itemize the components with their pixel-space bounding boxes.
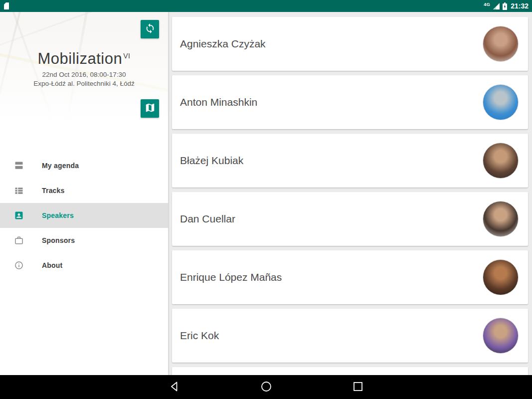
speaker-name: Dan Cuellar [180, 213, 483, 225]
sidebar-item-speakers[interactable]: Speakers [0, 203, 168, 228]
network-type-label: 4G [484, 2, 490, 7]
speaker-card[interactable]: Dan Cuellar [172, 192, 528, 246]
back-icon [169, 381, 180, 394]
sidebar-item-my-agenda[interactable]: My agenda [0, 153, 168, 178]
speaker-card[interactable]: Błażej Kubiak [172, 134, 528, 188]
speaker-name: Błażej Kubiak [180, 155, 483, 167]
screen: 4G 21:32 MobilizationVI 22nd Oct 2016, 0… [0, 0, 532, 399]
sidebar-item-label: Sponsors [42, 236, 75, 244]
speaker-name: Agnieszka Czyżak [180, 38, 483, 50]
sidebar-item-label: Speakers [42, 211, 74, 219]
speakers-icon [14, 210, 24, 220]
speaker-avatar [483, 84, 519, 120]
event-date: 22nd Oct 2016, 08:00-17:30 [0, 71, 168, 78]
speaker-avatar [483, 318, 519, 354]
app-title: MobilizationVI [0, 50, 168, 68]
sd-card-icon [3, 2, 9, 9]
drawer-menu: My agenda Tracks Speakers [0, 150, 168, 278]
home-button[interactable] [256, 377, 276, 397]
speaker-name: Eric Kok [180, 330, 483, 342]
android-nav-bar [0, 375, 532, 399]
app-title-edition: VI [123, 52, 130, 60]
sidebar-item-sponsors[interactable]: Sponsors [0, 228, 168, 253]
speaker-avatar [483, 259, 519, 295]
map-button[interactable] [141, 99, 159, 118]
status-bar: 4G 21:32 [0, 0, 532, 12]
signal-icon [493, 2, 500, 10]
about-icon [14, 260, 24, 270]
tracks-icon [14, 186, 24, 196]
speaker-name: Anton Minashkin [180, 96, 483, 108]
sync-icon [145, 23, 156, 35]
map-icon [145, 102, 156, 115]
battery-icon [503, 2, 507, 10]
sidebar-item-tracks[interactable]: Tracks [0, 178, 168, 203]
back-button[interactable] [165, 377, 184, 397]
drawer-header: MobilizationVI 22nd Oct 2016, 08:00-17:3… [0, 12, 168, 150]
speaker-name: Enrique López Mañas [180, 271, 483, 283]
sidebar-item-label: About [42, 261, 62, 269]
speaker-avatar [483, 143, 519, 179]
recents-icon [352, 381, 364, 394]
sponsors-icon [14, 235, 24, 245]
sync-button[interactable] [141, 20, 159, 38]
home-icon [260, 381, 272, 394]
speaker-card-partial[interactable] [172, 367, 528, 375]
sidebar-item-about[interactable]: About [0, 253, 168, 278]
speaker-card[interactable]: Anton Minashkin [172, 75, 528, 129]
sidebar-item-label: My agenda [42, 162, 79, 170]
speaker-card[interactable]: Enrique López Mañas [172, 250, 528, 304]
agenda-icon [14, 161, 24, 171]
speaker-avatar [483, 201, 519, 237]
speaker-card[interactable]: Agnieszka Czyżak [172, 17, 528, 71]
speaker-avatar [483, 26, 519, 62]
recents-button[interactable] [348, 377, 368, 397]
event-location: Expo-Łódź al. Politechniki 4, Łódź [0, 80, 168, 87]
speaker-card[interactable]: Eric Kok [172, 309, 528, 363]
clock: 21:32 [511, 2, 529, 10]
sidebar-item-label: Tracks [42, 187, 65, 195]
speakers-list: Agnieszka Czyżak Anton Minashkin Błażej … [168, 12, 532, 375]
nav-drawer: MobilizationVI 22nd Oct 2016, 08:00-17:3… [0, 12, 168, 375]
